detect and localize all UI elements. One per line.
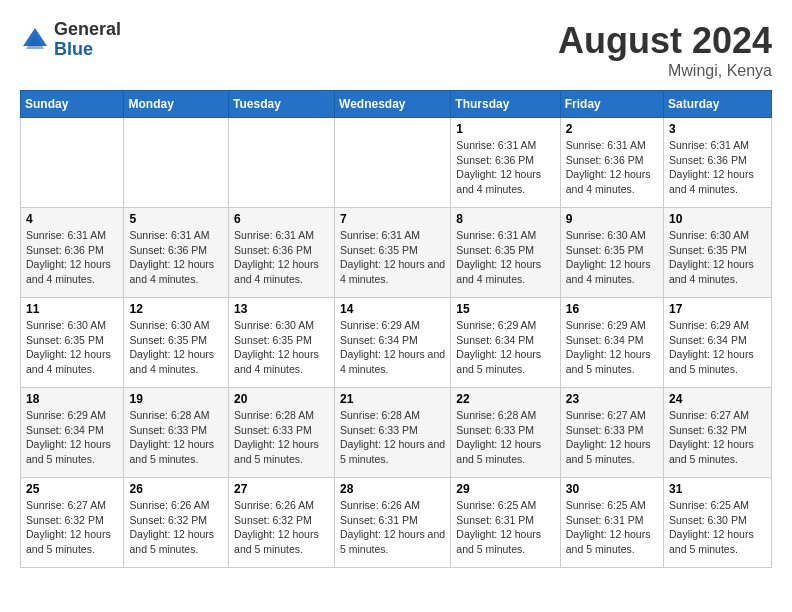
day-info: Sunrise: 6:30 AM Sunset: 6:35 PM Dayligh…: [26, 318, 118, 377]
logo: General Blue: [20, 20, 121, 60]
column-header-friday: Friday: [560, 91, 663, 118]
calendar-cell: 16Sunrise: 6:29 AM Sunset: 6:34 PM Dayli…: [560, 298, 663, 388]
day-info: Sunrise: 6:31 AM Sunset: 6:36 PM Dayligh…: [669, 138, 766, 197]
day-number: 30: [566, 482, 658, 496]
day-info: Sunrise: 6:25 AM Sunset: 6:31 PM Dayligh…: [566, 498, 658, 557]
day-number: 4: [26, 212, 118, 226]
day-number: 6: [234, 212, 329, 226]
day-info: Sunrise: 6:29 AM Sunset: 6:34 PM Dayligh…: [669, 318, 766, 377]
title-block: August 2024 Mwingi, Kenya: [558, 20, 772, 80]
calendar-cell: 9Sunrise: 6:30 AM Sunset: 6:35 PM Daylig…: [560, 208, 663, 298]
calendar-cell: 17Sunrise: 6:29 AM Sunset: 6:34 PM Dayli…: [664, 298, 772, 388]
day-number: 11: [26, 302, 118, 316]
calendar-cell: 4Sunrise: 6:31 AM Sunset: 6:36 PM Daylig…: [21, 208, 124, 298]
month-year: August 2024: [558, 20, 772, 62]
calendar-cell: [124, 118, 229, 208]
location: Mwingi, Kenya: [558, 62, 772, 80]
day-number: 31: [669, 482, 766, 496]
day-info: Sunrise: 6:29 AM Sunset: 6:34 PM Dayligh…: [456, 318, 554, 377]
calendar-week-row: 1Sunrise: 6:31 AM Sunset: 6:36 PM Daylig…: [21, 118, 772, 208]
day-number: 14: [340, 302, 445, 316]
day-info: Sunrise: 6:31 AM Sunset: 6:35 PM Dayligh…: [340, 228, 445, 287]
day-info: Sunrise: 6:30 AM Sunset: 6:35 PM Dayligh…: [129, 318, 223, 377]
day-number: 1: [456, 122, 554, 136]
day-number: 8: [456, 212, 554, 226]
day-info: Sunrise: 6:31 AM Sunset: 6:36 PM Dayligh…: [456, 138, 554, 197]
day-info: Sunrise: 6:29 AM Sunset: 6:34 PM Dayligh…: [26, 408, 118, 467]
day-number: 27: [234, 482, 329, 496]
day-info: Sunrise: 6:27 AM Sunset: 6:33 PM Dayligh…: [566, 408, 658, 467]
day-number: 3: [669, 122, 766, 136]
calendar-cell: [335, 118, 451, 208]
calendar-header-row: SundayMondayTuesdayWednesdayThursdayFrid…: [21, 91, 772, 118]
calendar-cell: 25Sunrise: 6:27 AM Sunset: 6:32 PM Dayli…: [21, 478, 124, 568]
day-number: 24: [669, 392, 766, 406]
day-number: 23: [566, 392, 658, 406]
day-info: Sunrise: 6:28 AM Sunset: 6:33 PM Dayligh…: [234, 408, 329, 467]
calendar-cell: 6Sunrise: 6:31 AM Sunset: 6:36 PM Daylig…: [229, 208, 335, 298]
calendar-cell: 18Sunrise: 6:29 AM Sunset: 6:34 PM Dayli…: [21, 388, 124, 478]
day-number: 7: [340, 212, 445, 226]
calendar-cell: 29Sunrise: 6:25 AM Sunset: 6:31 PM Dayli…: [451, 478, 560, 568]
column-header-saturday: Saturday: [664, 91, 772, 118]
calendar-cell: 10Sunrise: 6:30 AM Sunset: 6:35 PM Dayli…: [664, 208, 772, 298]
calendar-cell: 27Sunrise: 6:26 AM Sunset: 6:32 PM Dayli…: [229, 478, 335, 568]
calendar-cell: 21Sunrise: 6:28 AM Sunset: 6:33 PM Dayli…: [335, 388, 451, 478]
day-number: 25: [26, 482, 118, 496]
day-info: Sunrise: 6:31 AM Sunset: 6:36 PM Dayligh…: [26, 228, 118, 287]
calendar-cell: 5Sunrise: 6:31 AM Sunset: 6:36 PM Daylig…: [124, 208, 229, 298]
column-header-monday: Monday: [124, 91, 229, 118]
column-header-sunday: Sunday: [21, 91, 124, 118]
day-number: 10: [669, 212, 766, 226]
day-info: Sunrise: 6:31 AM Sunset: 6:35 PM Dayligh…: [456, 228, 554, 287]
day-info: Sunrise: 6:31 AM Sunset: 6:36 PM Dayligh…: [234, 228, 329, 287]
calendar-cell: 23Sunrise: 6:27 AM Sunset: 6:33 PM Dayli…: [560, 388, 663, 478]
calendar-cell: 3Sunrise: 6:31 AM Sunset: 6:36 PM Daylig…: [664, 118, 772, 208]
day-info: Sunrise: 6:26 AM Sunset: 6:31 PM Dayligh…: [340, 498, 445, 557]
calendar-cell: [229, 118, 335, 208]
calendar-cell: 24Sunrise: 6:27 AM Sunset: 6:32 PM Dayli…: [664, 388, 772, 478]
day-number: 2: [566, 122, 658, 136]
page-header: General Blue August 2024 Mwingi, Kenya: [20, 20, 772, 80]
column-header-wednesday: Wednesday: [335, 91, 451, 118]
calendar-cell: 30Sunrise: 6:25 AM Sunset: 6:31 PM Dayli…: [560, 478, 663, 568]
day-info: Sunrise: 6:29 AM Sunset: 6:34 PM Dayligh…: [340, 318, 445, 377]
calendar-cell: 20Sunrise: 6:28 AM Sunset: 6:33 PM Dayli…: [229, 388, 335, 478]
day-info: Sunrise: 6:30 AM Sunset: 6:35 PM Dayligh…: [234, 318, 329, 377]
calendar-week-row: 4Sunrise: 6:31 AM Sunset: 6:36 PM Daylig…: [21, 208, 772, 298]
calendar-cell: 7Sunrise: 6:31 AM Sunset: 6:35 PM Daylig…: [335, 208, 451, 298]
day-info: Sunrise: 6:31 AM Sunset: 6:36 PM Dayligh…: [566, 138, 658, 197]
day-info: Sunrise: 6:25 AM Sunset: 6:30 PM Dayligh…: [669, 498, 766, 557]
day-info: Sunrise: 6:28 AM Sunset: 6:33 PM Dayligh…: [456, 408, 554, 467]
calendar-week-row: 18Sunrise: 6:29 AM Sunset: 6:34 PM Dayli…: [21, 388, 772, 478]
day-info: Sunrise: 6:27 AM Sunset: 6:32 PM Dayligh…: [26, 498, 118, 557]
calendar-cell: 22Sunrise: 6:28 AM Sunset: 6:33 PM Dayli…: [451, 388, 560, 478]
day-number: 13: [234, 302, 329, 316]
day-info: Sunrise: 6:27 AM Sunset: 6:32 PM Dayligh…: [669, 408, 766, 467]
day-number: 18: [26, 392, 118, 406]
day-info: Sunrise: 6:28 AM Sunset: 6:33 PM Dayligh…: [340, 408, 445, 467]
logo-icon: [20, 25, 50, 55]
logo-text: General Blue: [54, 20, 121, 60]
calendar-cell: 19Sunrise: 6:28 AM Sunset: 6:33 PM Dayli…: [124, 388, 229, 478]
calendar-cell: 14Sunrise: 6:29 AM Sunset: 6:34 PM Dayli…: [335, 298, 451, 388]
day-number: 26: [129, 482, 223, 496]
day-number: 17: [669, 302, 766, 316]
day-number: 9: [566, 212, 658, 226]
day-info: Sunrise: 6:28 AM Sunset: 6:33 PM Dayligh…: [129, 408, 223, 467]
calendar-cell: 2Sunrise: 6:31 AM Sunset: 6:36 PM Daylig…: [560, 118, 663, 208]
day-number: 29: [456, 482, 554, 496]
calendar-cell: 31Sunrise: 6:25 AM Sunset: 6:30 PM Dayli…: [664, 478, 772, 568]
day-info: Sunrise: 6:29 AM Sunset: 6:34 PM Dayligh…: [566, 318, 658, 377]
calendar-cell: 28Sunrise: 6:26 AM Sunset: 6:31 PM Dayli…: [335, 478, 451, 568]
calendar-table: SundayMondayTuesdayWednesdayThursdayFrid…: [20, 90, 772, 568]
calendar-cell: [21, 118, 124, 208]
day-number: 28: [340, 482, 445, 496]
day-info: Sunrise: 6:25 AM Sunset: 6:31 PM Dayligh…: [456, 498, 554, 557]
calendar-cell: 8Sunrise: 6:31 AM Sunset: 6:35 PM Daylig…: [451, 208, 560, 298]
calendar-cell: 12Sunrise: 6:30 AM Sunset: 6:35 PM Dayli…: [124, 298, 229, 388]
day-info: Sunrise: 6:30 AM Sunset: 6:35 PM Dayligh…: [566, 228, 658, 287]
day-info: Sunrise: 6:31 AM Sunset: 6:36 PM Dayligh…: [129, 228, 223, 287]
calendar-cell: 13Sunrise: 6:30 AM Sunset: 6:35 PM Dayli…: [229, 298, 335, 388]
day-number: 15: [456, 302, 554, 316]
